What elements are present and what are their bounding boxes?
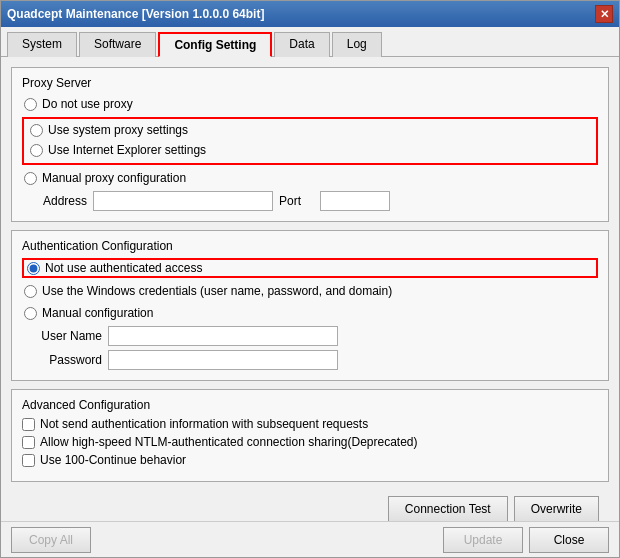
password-row: Password bbox=[22, 350, 598, 370]
radio-no-proxy-label: Do not use proxy bbox=[42, 97, 133, 111]
radio-manual-proxy[interactable] bbox=[24, 172, 37, 185]
tabs-bar: System Software Config Setting Data Log bbox=[1, 27, 619, 57]
overwrite-button[interactable]: Overwrite bbox=[514, 496, 599, 521]
radio-no-auth-label: Not use authenticated access bbox=[45, 261, 202, 275]
address-row: Address Port bbox=[22, 191, 598, 211]
radio-system-proxy-row: Use system proxy settings bbox=[28, 121, 592, 139]
checkbox-no-auth-info[interactable] bbox=[22, 418, 35, 431]
bottom-buttons-row: Connection Test Overwrite bbox=[11, 490, 609, 521]
auth-config-label: Authentication Configuration bbox=[22, 239, 598, 253]
checkbox-100continue-row: Use 100-Continue behavior bbox=[22, 453, 598, 467]
radio-windows-creds-row: Use the Windows credentials (user name, … bbox=[22, 282, 598, 300]
proxy-server-section: Proxy Server Do not use proxy Use system… bbox=[11, 67, 609, 222]
username-label: User Name bbox=[32, 329, 102, 343]
radio-manual-config[interactable] bbox=[24, 307, 37, 320]
checkbox-no-auth-info-row: Not send authentication information with… bbox=[22, 417, 598, 431]
radio-manual-proxy-label: Manual proxy configuration bbox=[42, 171, 186, 185]
footer-right: Update Close bbox=[443, 527, 609, 553]
close-footer-button[interactable]: Close bbox=[529, 527, 609, 553]
footer-left: Copy All bbox=[11, 527, 91, 553]
radio-no-auth-row: Not use authenticated access bbox=[22, 258, 598, 278]
main-window: Quadcept Maintenance [Version 1.0.0.0 64… bbox=[0, 0, 620, 558]
radio-ie-proxy-row: Use Internet Explorer settings bbox=[28, 141, 592, 159]
radio-no-proxy[interactable] bbox=[24, 98, 37, 111]
radio-manual-config-label: Manual configuration bbox=[42, 306, 153, 320]
proxy-server-label: Proxy Server bbox=[22, 76, 598, 90]
address-input[interactable] bbox=[93, 191, 273, 211]
radio-manual-config-row: Manual configuration bbox=[22, 304, 598, 322]
tab-software[interactable]: Software bbox=[79, 32, 156, 57]
radio-system-proxy[interactable] bbox=[30, 124, 43, 137]
radio-ie-proxy-label: Use Internet Explorer settings bbox=[48, 143, 206, 157]
content-area: Proxy Server Do not use proxy Use system… bbox=[1, 57, 619, 521]
checkbox-100continue-label: Use 100-Continue behavior bbox=[40, 453, 186, 467]
checkbox-ntlm-label: Allow high-speed NTLM-authenticated conn… bbox=[40, 435, 418, 449]
checkbox-100continue[interactable] bbox=[22, 454, 35, 467]
update-button[interactable]: Update bbox=[443, 527, 523, 553]
tab-data[interactable]: Data bbox=[274, 32, 329, 57]
radio-system-proxy-label: Use system proxy settings bbox=[48, 123, 188, 137]
title-bar: Quadcept Maintenance [Version 1.0.0.0 64… bbox=[1, 1, 619, 27]
username-row: User Name bbox=[22, 326, 598, 346]
tab-log[interactable]: Log bbox=[332, 32, 382, 57]
port-input[interactable] bbox=[320, 191, 390, 211]
advanced-config-section: Advanced Configuration Not send authenti… bbox=[11, 389, 609, 482]
radio-windows-creds[interactable] bbox=[24, 285, 37, 298]
advanced-config-label: Advanced Configuration bbox=[22, 398, 598, 412]
username-input[interactable] bbox=[108, 326, 338, 346]
port-label: Port bbox=[279, 194, 314, 208]
radio-ie-proxy[interactable] bbox=[30, 144, 43, 157]
copy-all-button[interactable]: Copy All bbox=[11, 527, 91, 553]
tab-config-setting[interactable]: Config Setting bbox=[158, 32, 272, 57]
connection-test-button[interactable]: Connection Test bbox=[388, 496, 508, 521]
checkbox-ntlm-row: Allow high-speed NTLM-authenticated conn… bbox=[22, 435, 598, 449]
checkbox-no-auth-info-label: Not send authentication information with… bbox=[40, 417, 368, 431]
password-label: Password bbox=[32, 353, 102, 367]
radio-manual-proxy-row: Manual proxy configuration bbox=[22, 169, 598, 187]
password-input[interactable] bbox=[108, 350, 338, 370]
address-label: Address bbox=[32, 194, 87, 208]
radio-windows-creds-label: Use the Windows credentials (user name, … bbox=[42, 284, 392, 298]
close-button[interactable]: ✕ bbox=[595, 5, 613, 23]
proxy-highlighted-group: Use system proxy settings Use Internet E… bbox=[22, 117, 598, 165]
auth-config-section: Authentication Configuration Not use aut… bbox=[11, 230, 609, 381]
radio-no-proxy-row: Do not use proxy bbox=[22, 95, 598, 113]
radio-no-auth[interactable] bbox=[27, 262, 40, 275]
tab-system[interactable]: System bbox=[7, 32, 77, 57]
checkbox-ntlm[interactable] bbox=[22, 436, 35, 449]
window-title: Quadcept Maintenance [Version 1.0.0.0 64… bbox=[7, 7, 264, 21]
footer-bar: Copy All Update Close bbox=[1, 521, 619, 557]
